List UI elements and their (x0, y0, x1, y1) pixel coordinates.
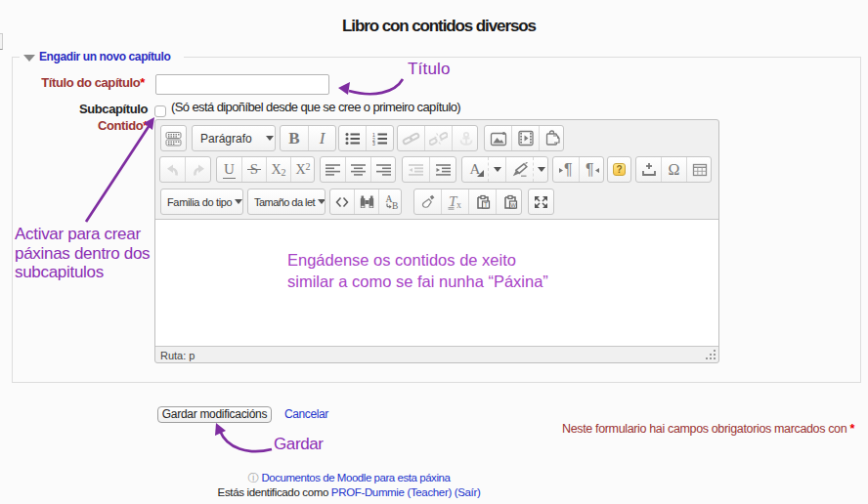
svg-text:W: W (510, 202, 516, 208)
svg-text:¶: ¶ (564, 161, 573, 178)
svg-text:x: x (456, 199, 461, 210)
svg-text:¶: ¶ (586, 161, 594, 178)
svg-text:3: 3 (372, 141, 375, 146)
svg-text:T: T (484, 201, 488, 208)
svg-text:B: B (392, 201, 398, 210)
